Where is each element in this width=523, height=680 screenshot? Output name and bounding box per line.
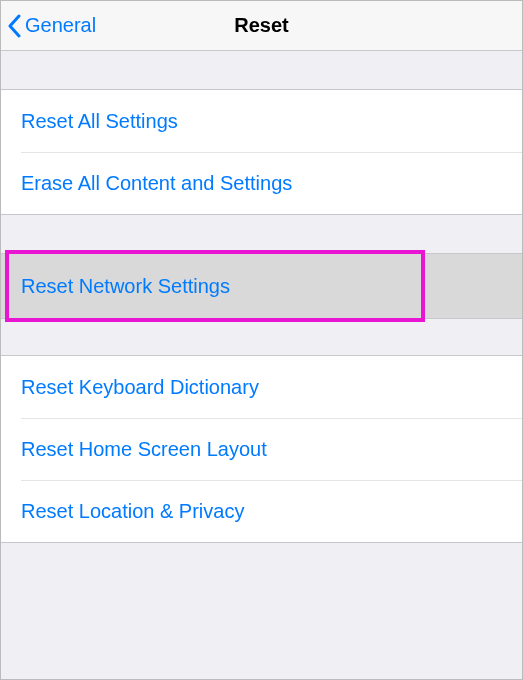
section-other-reset: Reset Keyboard Dictionary Reset Home Scr… [1, 355, 522, 543]
reset-location-privacy-row[interactable]: Reset Location & Privacy [1, 480, 522, 542]
section-gap [1, 319, 522, 355]
reset-network-settings-row[interactable]: Reset Network Settings [1, 254, 522, 318]
reset-keyboard-dictionary-row[interactable]: Reset Keyboard Dictionary [1, 356, 522, 418]
row-label: Erase All Content and Settings [21, 172, 292, 195]
section-general-reset: Reset All Settings Erase All Content and… [1, 89, 522, 215]
back-label: General [25, 14, 96, 37]
back-button[interactable]: General [1, 14, 96, 38]
row-label: Reset Network Settings [21, 275, 230, 298]
section-network: Reset Network Settings [1, 253, 522, 319]
row-label: Reset All Settings [21, 110, 178, 133]
reset-home-screen-row[interactable]: Reset Home Screen Layout [1, 418, 522, 480]
section-gap [1, 51, 522, 89]
section-gap [1, 215, 522, 253]
navbar: General Reset [1, 1, 522, 51]
row-label: Reset Keyboard Dictionary [21, 376, 259, 399]
chevron-left-icon [7, 14, 21, 38]
row-label: Reset Home Screen Layout [21, 438, 267, 461]
row-label: Reset Location & Privacy [21, 500, 244, 523]
reset-all-settings-row[interactable]: Reset All Settings [1, 90, 522, 152]
erase-all-content-row[interactable]: Erase All Content and Settings [1, 152, 522, 214]
